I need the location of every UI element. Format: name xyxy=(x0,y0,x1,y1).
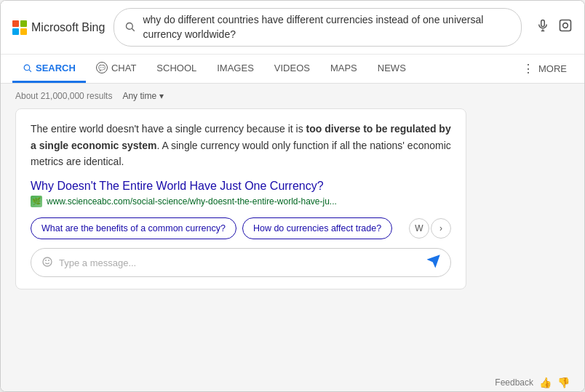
any-time-filter[interactable]: Any time ▾ xyxy=(122,91,164,101)
search-nav-label: SEARCH xyxy=(36,63,76,73)
nav-item-maps[interactable]: MAPS xyxy=(320,55,367,83)
answer-link-title[interactable]: Why Doesn't The Entire World Have Just O… xyxy=(31,180,451,193)
logo-area: Microsoft Bing xyxy=(12,20,105,35)
nav-item-chat[interactable]: 💬 CHAT xyxy=(86,55,146,83)
nav-more-button[interactable]: ⋮ MORE xyxy=(517,55,573,83)
images-nav-label: IMAGES xyxy=(217,63,254,73)
browser-window: Microsoft Bing why do different countrie… xyxy=(0,0,585,392)
search-actions xyxy=(536,18,573,36)
results-meta: About 21,000,000 results Any time ▾ xyxy=(15,91,570,101)
microsoft-logo-icon xyxy=(12,20,27,35)
nav-item-school[interactable]: SCHOOL xyxy=(146,55,207,83)
nav-item-videos[interactable]: VIDEOS xyxy=(264,55,320,83)
suggestion-button-2[interactable]: How do currencies affect trade? xyxy=(242,217,392,239)
answer-text-before: The entire world doesn't have a single c… xyxy=(31,123,306,135)
answer-url-row: 🌿 www.scienceabc.com/social-science/why-… xyxy=(31,196,451,207)
videos-nav-label: VIDEOS xyxy=(274,63,310,73)
answer-card: The entire world doesn't have a single c… xyxy=(15,108,466,289)
logo-text: Microsoft Bing xyxy=(31,21,105,34)
svg-point-11 xyxy=(43,257,52,266)
maps-nav-label: MAPS xyxy=(330,63,357,73)
svg-point-0 xyxy=(127,23,133,29)
svg-point-6 xyxy=(563,23,568,28)
microphone-icon[interactable] xyxy=(536,19,549,36)
nav-bar: SEARCH 💬 CHAT SCHOOL IMAGES VIDEOS MAPS … xyxy=(1,55,584,84)
svg-rect-5 xyxy=(560,20,571,31)
thumbs-up-icon[interactable]: 👍 xyxy=(539,377,552,388)
nav-item-search[interactable]: SEARCH xyxy=(12,55,86,83)
answer-url-text: www.scienceabc.com/social-science/why-do… xyxy=(47,196,337,207)
chat-nav-label: CHAT xyxy=(111,63,136,73)
answer-text: The entire world doesn't have a single c… xyxy=(31,121,451,169)
message-input-area[interactable]: Type a message... xyxy=(31,248,451,277)
camera-search-icon[interactable] xyxy=(558,18,573,36)
nav-item-news[interactable]: NEWS xyxy=(367,55,416,83)
news-nav-label: NEWS xyxy=(378,63,406,73)
feedback-label: Feedback xyxy=(495,377,533,388)
suggestions-nav: W › xyxy=(409,218,451,239)
feedback-row: Feedback 👍 👎 xyxy=(1,372,584,391)
search-query-text: why do different countries have differen… xyxy=(143,13,511,41)
filter-label: Any time xyxy=(122,91,156,101)
svg-line-10 xyxy=(29,70,31,72)
search-nav-icon xyxy=(23,63,32,73)
svg-marker-15 xyxy=(429,256,439,267)
suggestion-nav-partial[interactable]: W xyxy=(409,218,429,239)
suggestion-button-1[interactable]: What are the benefits of a common curren… xyxy=(31,217,236,239)
message-chat-icon xyxy=(41,256,53,270)
nav-item-images[interactable]: IMAGES xyxy=(207,55,264,83)
more-nav-label: MORE xyxy=(538,63,567,74)
search-bar[interactable]: why do different countries have differen… xyxy=(114,8,522,47)
suggestions-row: What are the benefits of a common curren… xyxy=(31,217,451,239)
site-favicon: 🌿 xyxy=(31,196,42,207)
thumbs-down-icon[interactable]: 👎 xyxy=(557,377,570,388)
svg-line-1 xyxy=(132,28,135,31)
chevron-down-icon: ▾ xyxy=(159,91,164,101)
school-nav-label: SCHOOL xyxy=(156,63,196,73)
svg-point-9 xyxy=(24,65,30,71)
header: Microsoft Bing why do different countrie… xyxy=(1,1,584,55)
send-icon[interactable] xyxy=(427,255,440,271)
chat-nav-icon: 💬 xyxy=(96,62,108,73)
results-count: About 21,000,000 results xyxy=(15,91,112,101)
search-icon xyxy=(124,21,135,34)
svg-rect-2 xyxy=(541,20,545,27)
results-area: About 21,000,000 results Any time ▾ The … xyxy=(1,84,584,372)
suggestion-nav-next[interactable]: › xyxy=(431,218,451,239)
message-placeholder-text: Type a message... xyxy=(59,257,421,268)
